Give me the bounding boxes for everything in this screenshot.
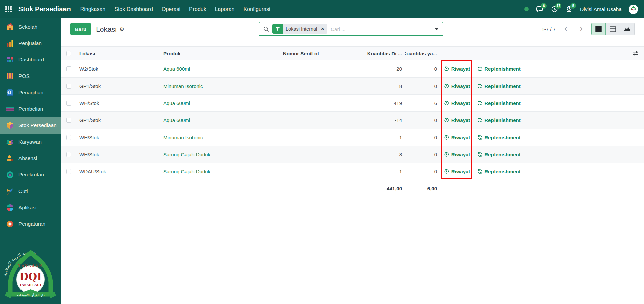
- cell-qty-reserved: 0: [405, 78, 440, 94]
- sidebar-item-karyawan[interactable]: Karyawan: [0, 134, 61, 150]
- row-checkbox[interactable]: [66, 152, 71, 157]
- invoicing-icon: $: [6, 88, 14, 97]
- sidebar-item-absensi[interactable]: Absensi: [0, 150, 61, 166]
- activities-icon[interactable]: 17: [550, 5, 558, 13]
- menu-laporan[interactable]: Laporan: [215, 6, 235, 12]
- product-link[interactable]: Aqua 600ml: [163, 66, 190, 72]
- app-title[interactable]: Stok Persediaan: [18, 5, 71, 13]
- pager-prev-button[interactable]: ‹: [560, 23, 571, 35]
- sidebar-item-stok-persediaan[interactable]: Stok Persediaan: [0, 117, 61, 134]
- col-header-produk[interactable]: Produk: [160, 47, 261, 60]
- history-button[interactable]: Riwayat: [444, 117, 470, 123]
- sidebar-item-pembelian[interactable]: Pembelian: [0, 101, 61, 117]
- row-checkbox[interactable]: [66, 118, 71, 123]
- product-link[interactable]: Aqua 600ml: [163, 117, 190, 123]
- product-link[interactable]: Sarung Gajah Duduk: [163, 169, 210, 174]
- cell-serial: [261, 112, 341, 129]
- sidebar-item-label: Sekolah: [18, 24, 37, 30]
- sidebar-item-pos[interactable]: POS: [0, 68, 61, 84]
- sidebar-item-perekrutan[interactable]: Perekrutan: [0, 166, 61, 183]
- control-panel: Baru Lokasi ⚙ Lokasi Internal: [61, 18, 644, 46]
- sidebar-item-penjualan[interactable]: Penjualan: [0, 35, 61, 51]
- facet-remove-icon[interactable]: ×: [320, 24, 327, 34]
- table-row[interactable]: GP1/Stok Aqua 600ml -14 0 Riwayat Replen…: [61, 112, 644, 129]
- sidebar-item-penagihan[interactable]: $ Penagihan: [0, 84, 61, 101]
- table-row[interactable]: WDAU/Stok Sarung Gajah Duduk 1 0 Riwayat…: [61, 163, 644, 180]
- sales-money-icon[interactable]: $ 5: [565, 5, 573, 13]
- top-menu: Ringkasan Stok Dashboard Operasi Produk …: [80, 6, 270, 12]
- history-button[interactable]: Riwayat: [444, 100, 470, 106]
- product-link[interactable]: Minuman Isotonic: [163, 135, 203, 140]
- table-row[interactable]: GP1/Stok Minuman Isotonic 8 0 Riwayat Re…: [61, 78, 644, 95]
- replenishment-button[interactable]: Replenishment: [477, 117, 521, 123]
- sidebar-item-dashboard[interactable]: Dashboard: [0, 51, 61, 68]
- sales-chart-icon: [6, 39, 14, 48]
- row-checkbox[interactable]: [66, 101, 71, 106]
- table-header-row: Lokasi Produk Nomor Seri/Lot Kuantitas D…: [61, 46, 644, 60]
- menu-stok-dashboard[interactable]: Stok Dashboard: [114, 6, 153, 12]
- sidebar-item-sekolah[interactable]: Sekolah: [0, 18, 61, 35]
- optional-columns-icon[interactable]: [632, 51, 639, 56]
- history-button[interactable]: Riwayat: [444, 152, 470, 157]
- sales-badge: 5: [570, 3, 576, 9]
- row-checkbox[interactable]: [66, 66, 71, 71]
- new-record-button[interactable]: Baru: [70, 23, 91, 35]
- product-link[interactable]: Aqua 600ml: [163, 100, 190, 106]
- user-name[interactable]: Divisi Amal Usaha: [580, 6, 622, 12]
- cell-qty-reserved: 0: [405, 129, 440, 146]
- row-checkbox[interactable]: [66, 84, 71, 89]
- col-header-serial[interactable]: Nomor Seri/Lot: [261, 47, 341, 60]
- apps-menu-icon[interactable]: [5, 6, 12, 12]
- pager-next-button[interactable]: ›: [576, 23, 587, 35]
- select-all-checkbox[interactable]: [66, 51, 71, 56]
- table-row[interactable]: WH/Stok Minuman Isotonic -1 0 Riwayat Re…: [61, 129, 644, 146]
- replenishment-button[interactable]: Replenishment: [477, 100, 521, 106]
- table-row[interactable]: WH/Stok Sarung Gajah Duduk 8 0 Riwayat R…: [61, 146, 644, 163]
- replenishment-button[interactable]: Replenishment: [477, 152, 521, 157]
- gear-icon[interactable]: ⚙: [119, 26, 124, 33]
- replenishment-button[interactable]: Replenishment: [477, 135, 521, 140]
- row-checkbox[interactable]: [66, 169, 71, 174]
- history-button[interactable]: Riwayat: [444, 169, 470, 174]
- cell-serial: [261, 95, 341, 111]
- top-navbar: Stok Persediaan Ringkasan Stok Dashboard…: [0, 0, 644, 18]
- list-view-button[interactable]: [591, 23, 606, 35]
- graph-view-button[interactable]: [620, 23, 635, 35]
- col-header-qty-reserved[interactable]: Kuantitas ya...: [405, 47, 440, 60]
- replenishment-button[interactable]: Replenishment: [477, 83, 521, 89]
- pivot-view-button[interactable]: [606, 23, 620, 35]
- search-dropdown-toggle[interactable]: [430, 22, 443, 35]
- col-header-qty-on-hand[interactable]: Kuantitas Di ...: [341, 47, 405, 60]
- messages-icon[interactable]: 6: [535, 5, 544, 13]
- sidebar-item-aplikasi[interactable]: Aplikasi: [0, 199, 61, 216]
- replenishment-button[interactable]: Replenishment: [477, 169, 521, 174]
- cell-lokasi: WDAU/Stok: [76, 163, 160, 180]
- sidebar-item-label: Dashboard: [18, 57, 44, 63]
- row-checkbox[interactable]: [66, 135, 71, 140]
- menu-produk[interactable]: Produk: [189, 6, 206, 12]
- menu-operasi[interactable]: Operasi: [162, 6, 180, 12]
- user-avatar[interactable]: DQI: [629, 5, 638, 14]
- table-row[interactable]: WH/Stok Aqua 600ml 419 6 Riwayat Repleni…: [61, 95, 644, 112]
- table-row[interactable]: W2/Stok Aqua 600ml 20 0 Riwayat Replenis…: [61, 60, 644, 78]
- menu-ringkasan[interactable]: Ringkasan: [80, 6, 106, 12]
- cell-lokasi: GP1/Stok: [76, 78, 160, 94]
- sidebar-item-cuti[interactable]: Cuti: [0, 183, 61, 199]
- history-button[interactable]: Riwayat: [444, 66, 470, 72]
- history-button[interactable]: Riwayat: [444, 83, 470, 89]
- recruitment-icon: [6, 170, 14, 179]
- replenishment-button[interactable]: Replenishment: [477, 66, 521, 72]
- cell-qty-on-hand: 20: [341, 60, 405, 77]
- product-link[interactable]: Sarung Gajah Duduk: [163, 152, 210, 157]
- col-header-lokasi[interactable]: Lokasi: [76, 47, 160, 60]
- search-input[interactable]: [327, 26, 430, 32]
- cell-qty-on-hand: 419: [341, 95, 405, 111]
- svg-text:DQI: DQI: [631, 8, 636, 11]
- sidebar-item-pengaturan[interactable]: Pengaturan: [0, 216, 61, 232]
- sidebar-item-label: Stok Persediaan: [18, 122, 57, 129]
- sidebar-item-label: Penagihan: [18, 90, 43, 96]
- menu-konfigurasi[interactable]: Konfigurasi: [243, 6, 270, 12]
- cell-lokasi: W2/Stok: [76, 60, 160, 77]
- product-link[interactable]: Minuman Isotonic: [163, 83, 203, 89]
- history-button[interactable]: Riwayat: [444, 135, 470, 140]
